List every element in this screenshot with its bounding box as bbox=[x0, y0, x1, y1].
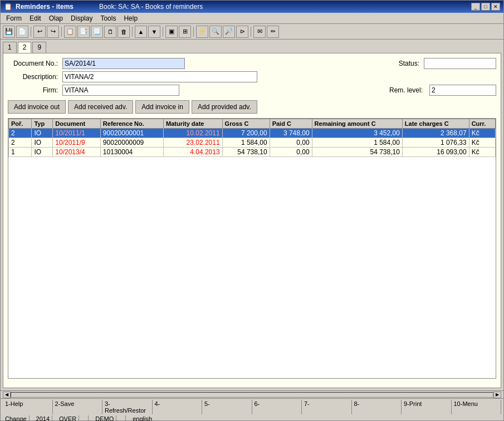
key-9-print[interactable]: 9-Print bbox=[402, 400, 452, 414]
form-fields: Document No.: Status: Description: Firm:… bbox=[8, 58, 496, 96]
description-label: Description: bbox=[8, 73, 58, 81]
tb-redo[interactable]: ↪ bbox=[47, 26, 59, 38]
tb-email[interactable]: ✉ bbox=[253, 26, 266, 38]
key-6[interactable]: 6- bbox=[252, 400, 302, 414]
table-row[interactable]: 1 IO 10/2013/4 10130004 4.04.2013 54 738… bbox=[9, 148, 496, 157]
tb-search3[interactable]: ⊳ bbox=[236, 26, 248, 38]
cell-typ: IO bbox=[32, 138, 53, 148]
status-change: Change bbox=[3, 415, 30, 421]
status-demo: DEMO bbox=[93, 415, 116, 421]
cell-document: 10/2013/4 bbox=[53, 148, 101, 157]
firm-row: Firm: Rem. level: bbox=[8, 85, 496, 96]
tb-up[interactable]: ▲ bbox=[135, 26, 147, 38]
tb-filter2[interactable]: ⊞ bbox=[179, 26, 191, 38]
tb-search2[interactable]: 🔎 bbox=[223, 26, 235, 38]
status-empty2 bbox=[121, 415, 126, 421]
window-subtitle: Book: SA: SA - Books of reminders bbox=[99, 3, 203, 11]
cell-late: 2 368,07 bbox=[402, 129, 469, 138]
key-8[interactable]: 8- bbox=[352, 400, 402, 414]
key-5[interactable]: 5- bbox=[202, 400, 252, 414]
tb-search1[interactable]: 🔍 bbox=[209, 26, 222, 38]
cell-paid: 3 748,00 bbox=[270, 129, 312, 138]
menu-tools[interactable]: Tools bbox=[97, 14, 119, 23]
add-invoice-out-button[interactable]: Add invoice out bbox=[8, 100, 66, 114]
scroll-right-btn[interactable]: ▶ bbox=[493, 391, 501, 398]
maximize-button[interactable]: □ bbox=[481, 3, 490, 11]
title-bar: 📋 Reminders - items Book: SA: SA - Books… bbox=[1, 1, 503, 13]
tb-filter[interactable]: ▣ bbox=[165, 26, 178, 38]
status-input[interactable] bbox=[424, 58, 496, 69]
menu-form[interactable]: Form bbox=[3, 14, 25, 23]
add-invoice-in-button[interactable]: Add invoice in bbox=[135, 100, 189, 114]
cell-maturity: 10.02.2011 bbox=[163, 129, 222, 138]
col-gross: Gross C bbox=[222, 119, 270, 129]
col-typ: Typ bbox=[32, 119, 53, 129]
add-received-adv-button[interactable]: Add received adv. bbox=[68, 100, 133, 114]
minimize-button[interactable]: _ bbox=[471, 3, 480, 11]
col-late: Late charges C bbox=[402, 119, 469, 129]
status-info: Change 2014 OVER DEMO english bbox=[3, 414, 501, 421]
tb-lightning[interactable]: ⚡ bbox=[196, 26, 208, 38]
firm-input[interactable] bbox=[62, 85, 179, 96]
key-10-menu[interactable]: 10-Menu bbox=[452, 400, 502, 414]
cell-por: 1 bbox=[9, 148, 32, 157]
menu-edit[interactable]: Edit bbox=[26, 14, 45, 23]
key-1-help[interactable]: 1-Help bbox=[3, 400, 53, 414]
tab-9[interactable]: 9 bbox=[32, 42, 46, 53]
cell-remaining: 54 738,10 bbox=[312, 148, 402, 157]
description-input[interactable] bbox=[62, 71, 257, 82]
scroll-left-btn[interactable]: ◀ bbox=[3, 391, 11, 398]
menu-bar: Form Edit Olap Display Tools Help bbox=[1, 13, 503, 24]
cell-paid: 0,00 bbox=[270, 148, 312, 157]
key-2-save[interactable]: 2-Save bbox=[53, 400, 103, 414]
main-content: Document No.: Status: Description: Firm:… bbox=[3, 53, 501, 388]
tb-copy1[interactable]: 📋 bbox=[64, 26, 76, 38]
action-buttons: Add invoice out Add received adv. Add in… bbox=[8, 100, 496, 114]
status-keys: 1-Help 2-Save 3-Refresh/Restor 4- 5- 6- … bbox=[3, 400, 501, 414]
invoice-table: Poř. Typ Document Reference No. Maturity… bbox=[8, 119, 496, 157]
cell-remaining: 3 452,00 bbox=[312, 129, 402, 138]
close-button[interactable]: ✕ bbox=[491, 3, 500, 11]
status-year: 2014 bbox=[34, 415, 52, 421]
rem-level-input[interactable] bbox=[429, 85, 496, 96]
doc-no-input[interactable] bbox=[62, 58, 185, 69]
scroll-track-h[interactable] bbox=[11, 392, 493, 398]
tb-save[interactable]: 💾 bbox=[3, 26, 15, 38]
menu-display[interactable]: Display bbox=[67, 14, 96, 23]
tb-new[interactable]: 📄 bbox=[16, 26, 28, 38]
col-curr: Curr. bbox=[469, 119, 495, 129]
tb-edit[interactable]: ✏ bbox=[267, 26, 279, 38]
tabs: 1 2 9 bbox=[1, 40, 503, 53]
cell-remaining: 1 584,00 bbox=[312, 138, 402, 148]
cell-gross: 54 738,10 bbox=[222, 148, 270, 157]
tb-copy3[interactable]: 📃 bbox=[91, 26, 103, 38]
table-row[interactable]: 2 IO 10/2011/9 90020000009 23.02.2011 1 … bbox=[9, 138, 496, 148]
tb-undo[interactable]: ↩ bbox=[33, 26, 46, 38]
status-over: OVER bbox=[57, 415, 79, 421]
cell-maturity: 23.02.2011 bbox=[163, 138, 222, 148]
cell-reference: 90020000009 bbox=[100, 138, 163, 148]
tab-1[interactable]: 1 bbox=[3, 42, 17, 53]
tb-copy4[interactable]: 🗒 bbox=[104, 26, 116, 38]
tb-copy2[interactable]: 📑 bbox=[77, 26, 90, 38]
tb-down[interactable]: ▼ bbox=[148, 26, 160, 38]
status-label: Status: bbox=[399, 60, 419, 67]
app-icon: 📋 bbox=[4, 3, 12, 11]
tb-sep5 bbox=[193, 27, 194, 37]
key-7[interactable]: 7- bbox=[302, 400, 352, 414]
key-4[interactable]: 4- bbox=[153, 400, 203, 414]
cell-late: 1 076,33 bbox=[402, 138, 469, 148]
col-maturity: Maturity date bbox=[163, 119, 222, 129]
menu-help[interactable]: Help bbox=[120, 14, 141, 23]
key-3-refresh[interactable]: 3-Refresh/Restor bbox=[102, 400, 153, 414]
add-provided-adv-button[interactable]: Add provided adv. bbox=[192, 100, 257, 114]
cell-por: 2 bbox=[9, 129, 32, 138]
tab-2[interactable]: 2 bbox=[18, 42, 32, 53]
tb-delete[interactable]: 🗑 bbox=[118, 26, 130, 38]
cell-document: 10/2011/1 bbox=[53, 129, 101, 138]
cell-reference: 10130004 bbox=[100, 148, 163, 157]
table-row[interactable]: 2 IO 10/2011/1 90020000001 10.02.2011 7 … bbox=[9, 129, 496, 138]
cell-curr: Kč bbox=[469, 138, 495, 148]
doc-no-label: Document No.: bbox=[8, 60, 58, 67]
menu-olap[interactable]: Olap bbox=[46, 14, 66, 23]
